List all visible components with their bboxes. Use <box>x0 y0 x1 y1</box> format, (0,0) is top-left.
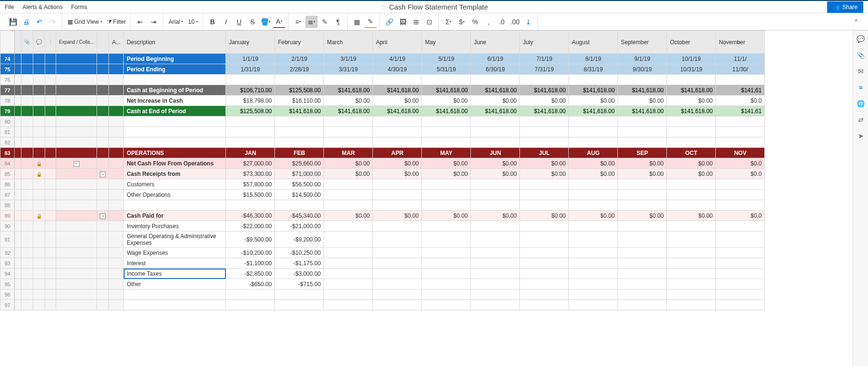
cell[interactable]: $0.00 <box>422 169 471 179</box>
cell[interactable]: 6/1/19 <box>471 54 520 64</box>
cell[interactable]: $25,660.00 <box>275 158 324 169</box>
cell[interactable] <box>520 190 569 200</box>
cell[interactable] <box>422 269 471 279</box>
cell-desc[interactable]: Period Beginning <box>124 54 226 64</box>
cell[interactable] <box>520 137 569 148</box>
cell[interactable] <box>667 269 716 279</box>
cell-desc[interactable]: Net Cash Flow From Operations <box>124 158 226 169</box>
cell[interactable]: $71,000.00 <box>275 169 324 179</box>
cell[interactable] <box>226 289 275 300</box>
cell[interactable] <box>324 221 373 231</box>
cell[interactable]: $0.00 <box>471 96 520 106</box>
row-number[interactable]: 96 <box>0 289 15 300</box>
currency-icon[interactable]: $▾ <box>456 16 468 28</box>
cell[interactable] <box>471 190 520 200</box>
cell[interactable]: $141,618.00 <box>471 85 520 96</box>
cell-desc[interactable]: Other Operations <box>124 190 226 200</box>
col-month-0[interactable]: January <box>226 31 275 54</box>
cell[interactable] <box>422 279 471 289</box>
cell[interactable] <box>618 179 667 190</box>
sum-icon[interactable]: Σ▾ <box>442 16 455 28</box>
spreadsheet-grid[interactable]: 📎 💬 ⋮ Expand / Colla... A... Description… <box>0 30 853 366</box>
attach-icon[interactable]: ⊞ <box>410 16 422 28</box>
cell[interactable]: $57,800.00 <box>226 179 275 190</box>
cell[interactable]: 4/1/19 <box>373 54 422 64</box>
cell[interactable]: $141,618.00 <box>422 106 471 116</box>
cell[interactable]: -$650.00 <box>226 279 275 289</box>
cell[interactable]: $0.00 <box>520 96 569 106</box>
cell[interactable]: 6/30/19 <box>471 64 520 75</box>
col-month-2[interactable]: March <box>324 31 373 54</box>
cell[interactable]: -$45,340.00 <box>275 211 324 221</box>
cell[interactable] <box>422 258 471 269</box>
col-description[interactable]: Description <box>124 31 226 54</box>
collapse-toggle[interactable]: − <box>100 172 106 177</box>
cell[interactable]: $0.00 <box>373 211 422 221</box>
cell-desc[interactable] <box>124 200 226 211</box>
link-icon[interactable]: 🔗 <box>383 16 396 28</box>
dec-dec-icon[interactable]: .00 <box>509 16 521 28</box>
cell[interactable] <box>716 116 765 127</box>
cell[interactable]: -$22,000.00 <box>226 221 275 231</box>
cell[interactable] <box>569 269 618 279</box>
cell[interactable]: $0.00 <box>422 158 471 169</box>
cell-desc[interactable]: Net Increase in Cash <box>124 96 226 106</box>
cell[interactable] <box>618 200 667 211</box>
cell[interactable]: $0.00 <box>618 96 667 106</box>
cell-desc[interactable]: Cash Receipts from <box>124 169 226 179</box>
cell[interactable]: $0.00 <box>520 211 569 221</box>
bold-icon[interactable]: B <box>206 16 219 28</box>
share-button[interactable]: 👥 Share <box>827 1 863 13</box>
cell-desc[interactable]: Cash Paid for <box>124 211 226 221</box>
cell[interactable] <box>226 116 275 127</box>
cell[interactable] <box>569 300 618 310</box>
cell-desc[interactable]: Cash at Beginning of Period <box>124 85 226 96</box>
cell[interactable]: $0.00 <box>520 169 569 179</box>
col-month-10[interactable]: November <box>716 31 765 54</box>
cell[interactable] <box>569 179 618 190</box>
cell[interactable]: -$1,100.00 <box>226 258 275 269</box>
cell-desc[interactable]: Cash at End of Period <box>124 106 226 116</box>
cell[interactable]: -$3,000.00 <box>275 269 324 279</box>
bgcolor-icon[interactable]: 🪣▾ <box>260 16 272 28</box>
percent-icon[interactable]: % <box>469 16 481 28</box>
cell[interactable] <box>373 127 422 137</box>
cell[interactable] <box>569 279 618 289</box>
cell[interactable]: $0.00 <box>667 169 716 179</box>
cell[interactable] <box>422 190 471 200</box>
rail-format-icon[interactable]: ≡ <box>857 84 865 91</box>
discuss-col-icon[interactable]: 💬 <box>33 31 45 54</box>
cell[interactable]: $0.00 <box>471 169 520 179</box>
cell[interactable] <box>471 289 520 300</box>
menu-forms[interactable]: Forms <box>71 4 87 10</box>
cell[interactable] <box>569 116 618 127</box>
cell[interactable] <box>373 190 422 200</box>
cell[interactable] <box>275 200 324 211</box>
cell[interactable] <box>275 137 324 148</box>
cell[interactable]: $141,618.00 <box>569 85 618 96</box>
cell[interactable] <box>422 116 471 127</box>
cell[interactable]: $0.0 <box>716 158 765 169</box>
attach-col-icon[interactable]: 📎 <box>21 31 33 54</box>
cell[interactable] <box>226 300 275 310</box>
cell[interactable]: NOV <box>716 148 765 158</box>
cell[interactable] <box>618 116 667 127</box>
cell[interactable] <box>471 300 520 310</box>
cell[interactable]: JUN <box>471 148 520 158</box>
cell-desc[interactable]: Customers <box>124 179 226 190</box>
cell[interactable] <box>373 231 422 248</box>
cell[interactable] <box>324 179 373 190</box>
cell[interactable]: -$46,300.00 <box>226 211 275 221</box>
cell[interactable]: 10/31/19 <box>667 64 716 75</box>
cell[interactable]: $0.00 <box>373 96 422 106</box>
cell[interactable] <box>422 75 471 85</box>
cell[interactable] <box>373 289 422 300</box>
cell[interactable]: -$21,000.00 <box>275 221 324 231</box>
cell[interactable]: -$9,200.00 <box>275 231 324 248</box>
col-month-5[interactable]: June <box>471 31 520 54</box>
cell[interactable] <box>422 289 471 300</box>
cell[interactable]: $16,110.00 <box>275 96 324 106</box>
cell[interactable] <box>667 300 716 310</box>
cell[interactable]: $0.00 <box>471 211 520 221</box>
cell-desc[interactable]: Other <box>124 279 226 289</box>
